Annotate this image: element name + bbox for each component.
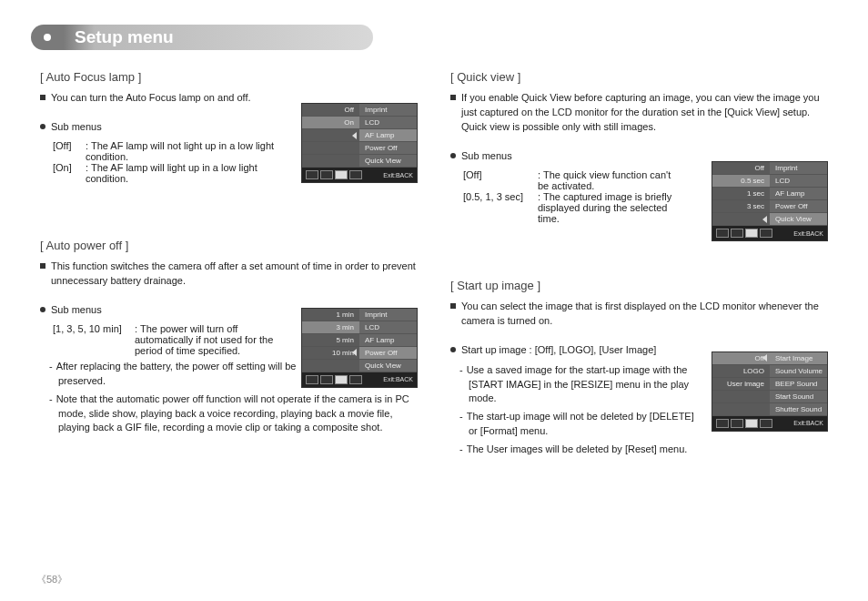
- lcd-left-item: [712, 403, 770, 416]
- lcd-bottom-bar: Exit:BACK: [302, 168, 417, 182]
- lcd-right-item: LCD: [770, 175, 827, 188]
- lcd-mode-icon: [716, 229, 729, 238]
- lcd-left-item: [712, 391, 770, 403]
- heading-startup: [ Start up image ]: [450, 279, 828, 292]
- lcd-startup: OffLOGOUser imageStart ImageSound Volume…: [712, 351, 828, 432]
- section-af-lamp: [ Auto Focus lamp ] You can turn the Aut…: [40, 70, 418, 184]
- lcd-mode-icon: [335, 170, 348, 179]
- dot-bullet: [40, 307, 45, 312]
- apo-note1: After replacing the battery, the power o…: [56, 361, 297, 386]
- lcd-right-item: AF Lamp: [359, 334, 417, 347]
- lcd-mode-icon: [745, 419, 758, 428]
- section-startup: [ Start up image ] You can select the im…: [450, 279, 828, 457]
- qv-sec-key: [0.5, 1, 3 sec]: [463, 191, 534, 224]
- lcd-left-item: 3 sec: [712, 200, 770, 213]
- lcd-right-item: AF Lamp: [359, 129, 417, 142]
- startup-desc: You can select the image that is first d…: [461, 300, 828, 329]
- lcd-right-item: Power Off: [359, 142, 417, 155]
- left-column: [ Auto Focus lamp ] You can turn the Aut…: [40, 70, 418, 494]
- lcd-right-item: Sound Volume: [770, 365, 827, 378]
- lcd-mode-icon: [306, 170, 318, 179]
- af-off-key: [Off]: [53, 140, 82, 162]
- lcd-mode-icon: [716, 419, 729, 428]
- af-on-key: [On]: [53, 162, 82, 184]
- af-on-val: : The AF lamp will light up in a low lig…: [86, 162, 277, 184]
- heading-af-lamp: [ Auto Focus lamp ]: [40, 70, 418, 84]
- lcd-right-item: Start Image: [770, 352, 827, 365]
- lcd-bottom-bar: Exit:BACK: [712, 226, 827, 240]
- lcd-mode-icon: [349, 375, 362, 384]
- lcd-right-item: Quick View: [770, 213, 827, 226]
- lcd-exit-label: Exit:BACK: [383, 376, 413, 382]
- lcd-right-item: Imprint: [359, 104, 417, 117]
- lcd-af-lamp: OffOnImprintLCDAF LampPower OffQuick Vie…: [301, 103, 418, 183]
- lcd-exit-label: Exit:BACK: [793, 420, 823, 426]
- lcd-left-item: [302, 142, 359, 155]
- page-title: Setup menu: [75, 27, 174, 47]
- lcd-left-item: 3 min: [302, 321, 359, 334]
- qv-off-key: [Off]: [463, 169, 534, 191]
- heading-apo: [ Auto power off ]: [40, 239, 418, 252]
- lcd-left-item: LOGO: [712, 365, 770, 378]
- qv-off-val: : The quick view function can't be activ…: [538, 169, 678, 191]
- lcd-mode-icon: [745, 229, 758, 238]
- lcd-bottom-bar: Exit:BACK: [302, 372, 417, 387]
- lcd-right-item: Start Sound: [770, 391, 827, 403]
- lcd-right-item: Imprint: [359, 309, 417, 321]
- apo-desc: This function switches the camera off af…: [51, 260, 418, 289]
- lcd-exit-label: Exit:BACK: [383, 172, 413, 178]
- apo-val: : The power will turn off automatically …: [135, 323, 295, 356]
- title-bar: Setup menu: [40, 25, 828, 54]
- lcd-right-item: Quick View: [359, 360, 417, 372]
- lcd-right-item: Power Off: [770, 200, 827, 213]
- startup-note3: The User images will be deleted by [Rese…: [467, 443, 688, 454]
- dot-bullet: [450, 153, 456, 158]
- lcd-exit-label: Exit:BACK: [793, 230, 823, 237]
- lcd-left-item: [302, 155, 359, 168]
- lcd-left-item: Off: [302, 104, 359, 117]
- lcd-left-item: [712, 213, 770, 226]
- title-dot: [44, 34, 51, 41]
- lcd-right-item: Power Off: [359, 347, 417, 360]
- lcd-right-item: Quick View: [359, 155, 417, 168]
- lcd-bottom-bar: Exit:BACK: [712, 416, 827, 431]
- section-quick-view: [ Quick view ] If you enable Quick View …: [450, 70, 828, 224]
- apo-key: [1, 3, 5, 10 min]: [53, 323, 131, 356]
- lcd-left-item: On: [302, 117, 359, 129]
- title-dot-bg: [31, 25, 64, 50]
- lcd-mode-icon: [320, 170, 333, 179]
- lcd-right-item: AF Lamp: [770, 188, 827, 200]
- qv-sec-val: : The captured image is briefly displaye…: [538, 191, 678, 224]
- dot-bullet: [40, 124, 45, 129]
- lcd-mode-icon: [731, 229, 743, 238]
- lcd-left-item: [302, 360, 359, 372]
- lcd-mode-icon: [760, 229, 772, 238]
- dot-bullet: [450, 347, 456, 352]
- lcd-mode-icon: [320, 375, 333, 384]
- lcd-right-item: Imprint: [770, 162, 827, 175]
- lcd-mode-icon: [731, 419, 743, 428]
- lcd-mode-icon: [349, 170, 362, 179]
- af-off-val: : The AF lamp will not light up in a low…: [86, 140, 277, 162]
- qv-desc: If you enable Quick View before capturin…: [461, 91, 828, 135]
- apo-note2: Note that the automatic power off functi…: [56, 393, 409, 433]
- square-bullet: [450, 303, 456, 309]
- section-auto-power-off: [ Auto power off ] This function switche…: [40, 239, 418, 436]
- lcd-left-item: 1 sec: [712, 188, 770, 200]
- square-bullet: [40, 95, 45, 100]
- right-column: [ Quick view ] If you enable Quick View …: [450, 70, 828, 494]
- startup-note1: Use a saved image for the start-up image…: [467, 364, 689, 404]
- lcd-mode-icon: [335, 375, 348, 384]
- lcd-mode-icon: [760, 419, 772, 428]
- square-bullet: [450, 95, 456, 100]
- lcd-left-item: Off: [712, 162, 770, 175]
- lcd-left-item: 0.5 sec: [712, 175, 770, 188]
- page-number: 58: [36, 573, 67, 586]
- title-pill: Setup menu: [31, 25, 373, 50]
- title-text-bg: Setup menu: [64, 25, 373, 50]
- lcd-right-item: BEEP Sound: [770, 378, 827, 391]
- lcd-left-item: 10 min: [302, 347, 359, 360]
- lcd-mode-icon: [306, 375, 318, 384]
- lcd-right-item: LCD: [359, 117, 417, 129]
- lcd-left-item: User image: [712, 378, 770, 391]
